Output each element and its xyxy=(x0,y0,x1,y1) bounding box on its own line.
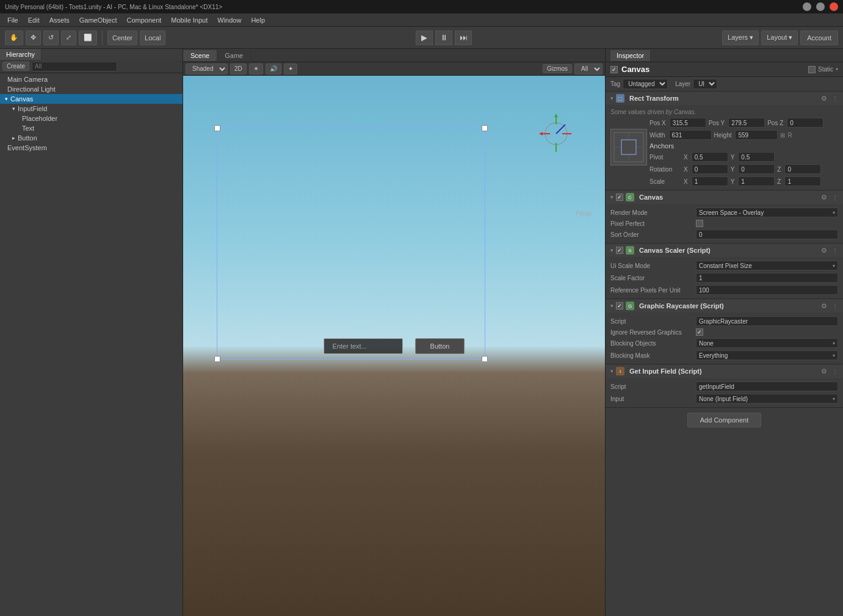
roty-input[interactable] xyxy=(738,164,775,174)
tab-scene[interactable]: Scene xyxy=(183,50,217,61)
scene-button[interactable]: Button xyxy=(415,338,465,354)
rect-gear-icon[interactable]: ⚙ xyxy=(821,95,827,103)
tab-hierarchy[interactable]: Hierarchy xyxy=(0,49,42,60)
hierarchy-item-directionallight[interactable]: Directional Light xyxy=(0,84,183,94)
handle-tl[interactable] xyxy=(214,125,220,131)
posy-input[interactable] xyxy=(728,118,765,128)
play-button[interactable]: ▶ xyxy=(416,31,433,45)
step-button[interactable]: ⏭ xyxy=(455,31,472,45)
pause-button[interactable]: ⏸ xyxy=(435,31,452,45)
canvas-enabled-checkbox[interactable] xyxy=(616,194,623,201)
layout-dropdown[interactable]: Layout ▾ xyxy=(761,31,798,45)
tab-inspector[interactable]: Inspector xyxy=(610,50,651,61)
tool-move[interactable]: ✥ xyxy=(26,31,41,45)
hierarchy-item-button[interactable]: ▸Button xyxy=(0,133,183,143)
hierarchy-item-maincamera[interactable]: Main Camera xyxy=(0,74,183,84)
render-mode-dropdown[interactable]: Screen Space - Overlay ▾ xyxy=(696,208,838,217)
shaded-dropdown[interactable]: Shaded xyxy=(186,63,228,74)
canvas-menu-icon[interactable]: ⋮ xyxy=(832,194,838,201)
menu-help[interactable]: Help xyxy=(246,15,270,25)
tool-hand[interactable]: ✋ xyxy=(5,31,23,45)
get-input-header[interactable]: ▾ I Get Input Field (Script) ⚙ ⋮ xyxy=(606,364,843,378)
ref-pixels-input[interactable] xyxy=(696,285,838,295)
height-input[interactable] xyxy=(735,130,778,140)
center-toggle[interactable]: Center xyxy=(107,31,137,45)
rotx-input[interactable] xyxy=(692,164,728,174)
canvas-scaler-header[interactable]: ▾ S Canvas Scaler (Script) ⚙ ⋮ xyxy=(606,244,843,257)
hierarchy-item-canvas[interactable]: ▾Canvas xyxy=(0,94,183,104)
menu-gameobject[interactable]: GameObject xyxy=(74,15,122,25)
graphic-raycaster-header[interactable]: ▾ G Graphic Raycaster (Script) ⚙ ⋮ xyxy=(606,299,843,313)
menu-assets[interactable]: Assets xyxy=(45,15,74,25)
layer-select[interactable]: UI xyxy=(693,79,717,89)
fx-button[interactable]: ✦ xyxy=(284,63,297,74)
scaler-enabled-checkbox[interactable] xyxy=(616,247,623,254)
posx-input[interactable] xyxy=(670,118,706,128)
input-field-dropdown[interactable]: None (Input Field) ▾ xyxy=(696,394,838,404)
hierarchy-create-button[interactable]: Create xyxy=(2,62,29,71)
hierarchy-item-inputfield[interactable]: ▾InputField xyxy=(0,104,183,114)
ignore-reversed-checkbox[interactable] xyxy=(696,328,703,336)
lights-button[interactable]: ☀ xyxy=(249,63,263,74)
input-menu-icon[interactable]: ⋮ xyxy=(832,368,838,375)
minimize-button[interactable] xyxy=(803,2,811,11)
raycaster-gear-icon[interactable]: ⚙ xyxy=(821,302,827,310)
wh-r-icon[interactable]: R xyxy=(787,132,792,139)
pivotx-input[interactable] xyxy=(692,152,728,162)
add-component-button[interactable]: Add Component xyxy=(687,413,762,427)
pixel-perfect-checkbox[interactable] xyxy=(696,220,703,227)
2d-button[interactable]: 2D xyxy=(230,63,247,74)
scalex-input[interactable] xyxy=(692,176,728,186)
account-button[interactable]: Account xyxy=(800,31,838,45)
menu-mobile-input[interactable]: Mobile Input xyxy=(166,15,212,25)
tag-select[interactable]: Untagged xyxy=(623,79,668,89)
raycaster-menu-icon[interactable]: ⋮ xyxy=(832,303,838,310)
static-checkbox[interactable] xyxy=(808,66,816,73)
blocking-objects-dropdown[interactable]: None ▾ xyxy=(696,338,838,348)
close-button[interactable] xyxy=(830,2,838,11)
static-dropdown-arrow[interactable]: ▾ xyxy=(836,67,838,72)
tool-rect[interactable]: ⬜ xyxy=(79,31,97,45)
sort-order-input[interactable] xyxy=(696,230,838,239)
hierarchy-item-text[interactable]: Text xyxy=(0,123,183,133)
menu-window[interactable]: Window xyxy=(212,15,246,25)
pivoty-input[interactable] xyxy=(738,152,775,162)
script-field[interactable]: GraphicRaycaster xyxy=(696,316,838,326)
tool-scale[interactable]: ⤢ xyxy=(61,31,76,45)
gizmos-button[interactable]: Gizmos xyxy=(543,64,572,73)
hierarchy-search-input[interactable] xyxy=(32,62,117,71)
input-script-field[interactable]: getInputField xyxy=(696,382,838,391)
scalez-input[interactable] xyxy=(784,176,821,186)
layers-dropdown[interactable]: Layers ▾ xyxy=(722,31,759,45)
tool-rotate[interactable]: ↺ xyxy=(43,31,59,45)
width-input[interactable] xyxy=(669,130,712,140)
scale-factor-input[interactable] xyxy=(696,273,838,283)
menu-component[interactable]: Component xyxy=(121,15,166,25)
canvas-component-header[interactable]: ▾ C Canvas ⚙ ⋮ xyxy=(606,190,843,204)
raycaster-enabled-checkbox[interactable] xyxy=(616,302,623,310)
ui-scale-mode-dropdown[interactable]: Constant Pixel Size ▾ xyxy=(696,261,838,270)
rect-transform-header[interactable]: ▾ ⬚ Rect Transform ⚙ ⋮ xyxy=(606,92,843,105)
menu-file[interactable]: File xyxy=(2,15,23,25)
canvas-gear-icon[interactable]: ⚙ xyxy=(821,194,827,201)
maximize-button[interactable] xyxy=(816,2,825,11)
hierarchy-item-placeholder[interactable]: Placeholder xyxy=(0,114,183,123)
tab-game[interactable]: Game xyxy=(217,50,251,61)
rotz-input[interactable] xyxy=(784,164,821,174)
object-enabled-checkbox[interactable] xyxy=(610,66,618,73)
blocking-mask-dropdown[interactable]: Everything ▾ xyxy=(696,350,838,360)
handle-br[interactable] xyxy=(482,356,488,362)
hierarchy-item-eventsystem[interactable]: EventSystem xyxy=(0,143,183,153)
scaley-input[interactable] xyxy=(738,176,775,186)
posz-input[interactable] xyxy=(787,118,823,128)
audio-button[interactable]: 🔊 xyxy=(266,63,281,74)
wh-expand-icon[interactable]: ⊞ xyxy=(780,132,785,139)
rect-menu-icon[interactable]: ⋮ xyxy=(832,95,838,102)
handle-tr[interactable] xyxy=(482,125,488,131)
input-gear-icon[interactable]: ⚙ xyxy=(821,368,827,375)
scaler-menu-icon[interactable]: ⋮ xyxy=(832,247,838,254)
menu-edit[interactable]: Edit xyxy=(23,15,45,25)
local-toggle[interactable]: Local xyxy=(140,31,165,45)
handle-bl[interactable] xyxy=(214,356,220,362)
all-dropdown[interactable]: All xyxy=(574,63,602,74)
